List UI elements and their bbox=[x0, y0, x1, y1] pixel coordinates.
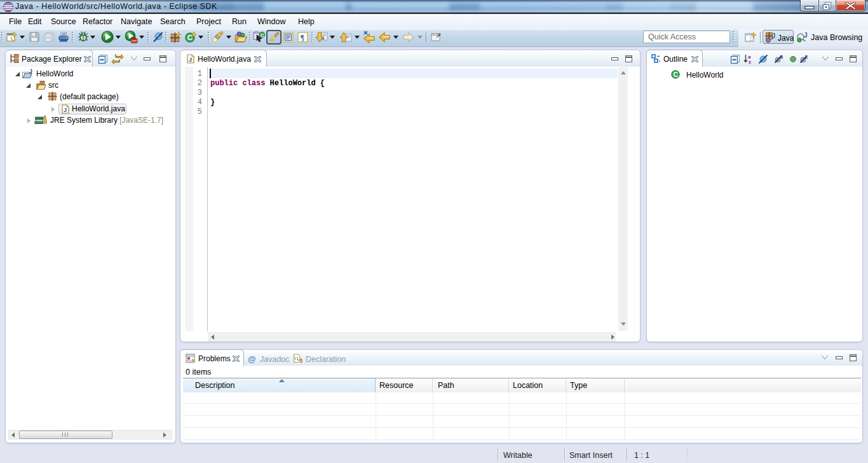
svg-text:J: J bbox=[189, 57, 192, 63]
svg-text:z: z bbox=[749, 59, 751, 65]
svg-text:¶: ¶ bbox=[301, 33, 304, 42]
svg-text:J: J bbox=[29, 69, 32, 74]
svg-text:C: C bbox=[673, 71, 678, 78]
svg-text:C: C bbox=[261, 32, 264, 38]
svg-text:C: C bbox=[187, 34, 193, 41]
svg-text:J: J bbox=[804, 32, 808, 39]
svg-text:J: J bbox=[64, 107, 67, 113]
svg-text:J: J bbox=[772, 32, 776, 39]
